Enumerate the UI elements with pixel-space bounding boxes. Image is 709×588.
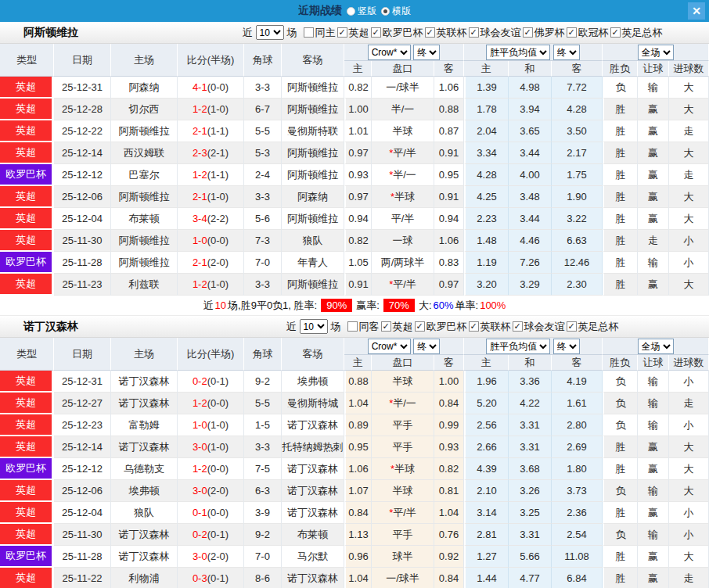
cell-result: 胜 <box>603 208 638 230</box>
cell-home-odds: 0.88 <box>344 371 372 393</box>
match-count-select[interactable]: 10 <box>300 319 328 334</box>
same-venue-checkbox[interactable] <box>347 321 358 332</box>
sub-win-avg-header: 主 <box>464 355 509 371</box>
sub-handicap-result-header: 让球 <box>638 61 669 77</box>
cell-lose-avg: 7.72 <box>552 77 603 99</box>
cell-away-odds: 1.06 <box>434 230 464 252</box>
score-halftime: (0-1) <box>207 572 229 584</box>
league-checkbox[interactable]: ✓ <box>371 27 381 38</box>
cell-win-avg: 2.81 <box>464 524 509 546</box>
cell-handicap-result: 走 <box>638 230 669 252</box>
cell-goals-result: 大 <box>669 458 709 480</box>
cell-corners: 9-2 <box>244 524 282 546</box>
cell-goals-result: 大 <box>669 186 709 208</box>
cell-away-team: 曼彻斯特城 <box>282 393 344 414</box>
cell-lose-avg: 3.22 <box>552 208 603 230</box>
cell-league-badge: 欧罗巴杯 <box>0 252 54 274</box>
col-away-header: 客场 <box>282 44 344 77</box>
cell-away-odds: 0.84 <box>434 393 464 414</box>
league-filter-label: 英足总杯 <box>578 320 619 334</box>
summary-segment: 100% <box>480 299 506 311</box>
cell-corners: 3-3 <box>244 77 282 99</box>
cell-handicap: *半/一 <box>372 393 434 414</box>
table-row: 英超25-12-27诺丁汉森林1-2(0-0)5-5曼彻斯特城1.04*半/一0… <box>0 393 709 414</box>
avg-odds-select[interactable]: 胜平负均值 <box>486 339 550 354</box>
same-venue-checkbox[interactable] <box>304 27 314 38</box>
cell-home-team: 埃弗顿 <box>111 480 178 502</box>
cell-score: 0-1(0-0) <box>178 502 244 524</box>
avg-odds-select[interactable]: 胜平负均值 <box>486 45 550 60</box>
sub-draw-avg-header: 和 <box>509 355 552 371</box>
full-match-select[interactable]: 全场 <box>638 45 674 60</box>
league-checkbox[interactable]: ✓ <box>567 27 577 38</box>
table-row: 英超25-12-31诺丁汉森林0-2(0-1)9-2埃弗顿0.88半球1.001… <box>0 371 709 393</box>
summary-segment: 60% <box>434 299 454 311</box>
cell-date: 25-12-23 <box>54 414 111 436</box>
summary-segment: 赢率: <box>356 299 380 313</box>
cell-handicap: 球半 <box>372 546 434 568</box>
score-halftime: (0-1) <box>207 375 229 387</box>
cell-handicap: 平手 <box>372 414 434 436</box>
cell-date: 25-11-30 <box>54 524 111 546</box>
col-score-header: 比分(半场) <box>178 44 244 77</box>
score-fulltime: 1-0 <box>193 419 207 431</box>
cell-league-badge: 英超 <box>0 120 54 142</box>
games-label: 场 <box>287 26 297 40</box>
cell-home-odds: 1.04 <box>344 393 372 414</box>
filter-area: 近10场同客✓英超✓欧罗巴杯✓英联杯✓球会友谊✓英足总杯 <box>196 319 709 334</box>
close-icon[interactable]: ✕ <box>688 2 705 20</box>
cell-away-odds: 0.82 <box>434 458 464 480</box>
league-checkbox[interactable]: ✓ <box>567 321 577 332</box>
league-checkbox[interactable]: ✓ <box>425 27 435 38</box>
cell-corners: 5-6 <box>244 208 282 230</box>
cell-draw-avg: 3.26 <box>509 480 552 502</box>
table-row: 英超25-12-06阿斯顿维拉2-1(1-0)3-3阿森纳0.97*半球0.91… <box>0 186 709 208</box>
table-row: 英超25-11-30诺丁汉森林0-2(0-1)9-2布莱顿1.13平手0.762… <box>0 524 709 546</box>
cell-handicap: 一/球半 <box>372 77 434 99</box>
col-corner-header: 角球 <box>244 338 282 371</box>
score-fulltime: 1-2 <box>193 278 207 290</box>
table-row: 欧罗巴杯25-11-28阿斯顿维拉2-1(2-0)7-0年青人1.05两/两球半… <box>0 252 709 274</box>
league-checkbox[interactable]: ✓ <box>513 321 523 332</box>
radio-horizontal-layout[interactable]: 横版 <box>381 5 411 18</box>
cell-handicap: 半球 <box>372 480 434 502</box>
cell-goals-result: 小 <box>669 524 709 546</box>
bookmaker-select[interactable]: Crow* <box>368 45 411 60</box>
cell-away-team: 诺丁汉森林 <box>282 568 344 588</box>
league-checkbox[interactable]: ✓ <box>610 27 621 38</box>
league-checkbox[interactable]: ✓ <box>415 321 425 332</box>
cell-handicap: 平手 <box>372 436 434 458</box>
cell-corners: 5-3 <box>244 142 282 164</box>
match-count-select[interactable]: 10 <box>256 25 284 40</box>
cell-result: 负 <box>603 524 638 546</box>
cell-goals-result: 大 <box>669 208 709 230</box>
cell-draw-avg: 3.65 <box>509 120 552 142</box>
sub-away-odds-header: 客 <box>434 61 464 77</box>
league-checkbox[interactable]: ✓ <box>469 321 479 332</box>
final-avg-select[interactable]: 终 <box>553 339 580 354</box>
league-filter-label: 欧冠杯 <box>578 26 609 40</box>
full-match-select[interactable]: 全场 <box>638 339 674 354</box>
league-checkbox[interactable]: ✓ <box>523 27 533 38</box>
league-checkbox[interactable]: ✓ <box>469 27 479 38</box>
cell-goals-result: 走 <box>669 120 709 142</box>
radio-checked-icon[interactable] <box>381 7 390 16</box>
score-fulltime: 3-0 <box>193 550 207 562</box>
bookmaker-select[interactable]: Crow* <box>368 339 411 354</box>
final-avg-select[interactable]: 终 <box>553 45 580 60</box>
league-checkbox[interactable]: ✓ <box>337 27 347 38</box>
final-odds-select[interactable]: 终 <box>413 45 440 60</box>
radio-unchecked-icon[interactable] <box>347 7 355 16</box>
score-halftime: (2-1) <box>207 147 229 159</box>
same-venue-label: 同主 <box>315 26 336 40</box>
cell-league-badge: 英超 <box>0 414 54 436</box>
cell-lose-avg: 12.46 <box>552 252 603 274</box>
league-checkbox[interactable]: ✓ <box>381 321 391 332</box>
sub-win-avg-header: 主 <box>464 61 509 77</box>
cell-home-odds: 0.96 <box>344 546 372 568</box>
cell-goals-result: 走 <box>669 393 709 414</box>
radio-vertical-layout[interactable]: 竖版 <box>347 5 376 18</box>
summary-segment: 90% <box>321 299 352 312</box>
final-odds-select[interactable]: 终 <box>413 339 440 354</box>
cell-goals-result: 大 <box>669 142 709 164</box>
